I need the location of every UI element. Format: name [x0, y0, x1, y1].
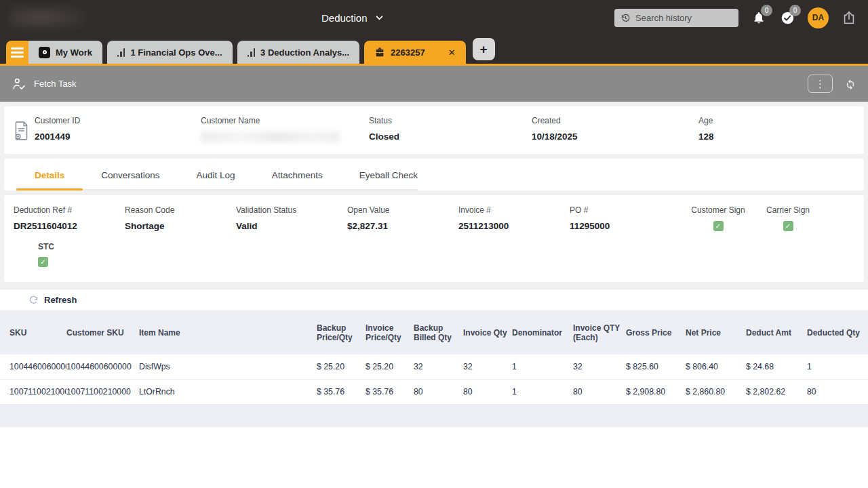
open-value-value: $2,827.31	[347, 221, 458, 231]
table-footer-strip	[0, 405, 868, 427]
fetch-task-label[interactable]: Fetch Task	[34, 79, 77, 89]
stc-label: STC	[38, 242, 854, 251]
tab-details[interactable]: Details	[16, 167, 83, 189]
field-customer-name: Customer Name	[201, 116, 369, 142]
customer-sign-checkbox[interactable]: ✓	[713, 221, 724, 231]
tab-task-2263257[interactable]: 2263257 ✕	[364, 41, 466, 64]
cell-net-price: $ 2,860.80	[686, 380, 746, 405]
hamburger-menu-button[interactable]	[6, 41, 28, 64]
detail-tabs-card: Details Conversations Audit Log Attachme…	[4, 159, 864, 190]
carrier-sign-checkbox[interactable]: ✓	[783, 221, 793, 231]
tab-deduction-analysis[interactable]: 3 Deduction Analys...	[237, 41, 360, 64]
col-deduct-amt: Deduct Amt	[746, 310, 807, 354]
share-export-icon	[842, 10, 856, 25]
refresh-button[interactable]: Refresh	[44, 295, 77, 305]
field-status: Status Closed	[369, 116, 532, 142]
bar-chart-icon	[248, 48, 256, 57]
history-icon	[620, 13, 631, 23]
close-tab-icon[interactable]: ✕	[448, 47, 456, 58]
notifications-button[interactable]: 0	[751, 9, 767, 26]
customer-name-redacted-value	[201, 131, 340, 142]
refresh-icon[interactable]	[28, 295, 39, 305]
field-po-number: PO # 11295000	[570, 205, 681, 231]
deduction-document-icon	[13, 121, 31, 141]
topbar-actions: 0 0 DA	[614, 7, 868, 28]
tab-financial-ops-overview[interactable]: 1 Financial Ops Ove...	[107, 41, 233, 64]
approvals-button[interactable]: 0	[779, 9, 795, 26]
cell-deduct-amt: $ 2,802.62	[746, 380, 807, 405]
cell-net-price: $ 806.40	[686, 354, 746, 380]
po-number-value: 11295000	[570, 221, 681, 231]
tab-my-work[interactable]: My Work	[28, 41, 102, 64]
tab-label: 3 Deduction Analys...	[260, 47, 349, 58]
reason-code-label: Reason Code	[125, 205, 236, 215]
tab-audit-log[interactable]: Audit Log	[178, 167, 254, 189]
app-logo	[9, 5, 85, 30]
age-value: 128	[698, 131, 864, 142]
col-customer-sku: Customer SKU	[66, 310, 139, 354]
cell-backup-billed-qty: 32	[414, 354, 463, 380]
cell-item-name: DisfWps	[139, 354, 317, 380]
cell-item-name: LtOrRnch	[139, 380, 317, 405]
col-invoice-price-qty: Invoice Price/Qty	[366, 310, 414, 354]
cell-deducted-qty: 1	[807, 354, 868, 380]
col-net-price: Net Price	[686, 310, 746, 354]
add-tab-button[interactable]: +	[473, 38, 495, 60]
open-value-label: Open Value	[347, 205, 458, 215]
refresh-row: Refresh	[0, 289, 868, 310]
field-invoice-number: Invoice # 2511213000	[458, 205, 570, 231]
workspace-tabbar: My Work 1 Financial Ops Ove... 3 Deducti…	[0, 35, 868, 66]
module-switcher-dropdown[interactable]: Deduction	[321, 0, 383, 35]
field-created: Created 10/18/2025	[532, 116, 698, 142]
created-value: 10/18/2025	[532, 131, 698, 142]
deduction-ref-value: DR2511604012	[14, 221, 125, 231]
sync-icon[interactable]	[844, 78, 856, 90]
line-items-table: SKU Customer SKU Item Name Backup Price/…	[0, 310, 868, 405]
topbar: Deduction 0 0 DA	[0, 0, 868, 35]
tab-label: My Work	[56, 47, 92, 58]
search-history-box[interactable]	[614, 9, 738, 27]
table-row[interactable]: 10071100210000 10071100210000 LtOrRnch $…	[0, 380, 868, 405]
share-button[interactable]	[841, 9, 857, 26]
invoice-number-label: Invoice #	[458, 205, 570, 215]
cell-deducted-qty: 80	[807, 380, 868, 405]
cell-customer-sku: 10071100210000	[66, 380, 139, 405]
validation-status-label: Validation Status	[236, 205, 347, 215]
field-customer-id: Customer ID 2001449	[35, 116, 201, 142]
tab-conversations[interactable]: Conversations	[83, 167, 178, 189]
customer-name-label: Customer Name	[201, 116, 369, 125]
more-options-button[interactable]: ⋮	[808, 75, 833, 93]
carrier-sign-label: Carrier Sign	[766, 205, 810, 215]
customer-id-value: 2001449	[35, 131, 201, 142]
fetch-task-bar: Fetch Task ⋮	[0, 66, 868, 102]
reason-code-value: Shortage	[125, 221, 236, 231]
search-history-input[interactable]	[635, 13, 732, 23]
col-denominator: Denominator	[512, 310, 573, 354]
cell-invoice-qty: 80	[463, 380, 512, 405]
field-customer-sign: Customer Sign ✓	[681, 205, 755, 231]
table-row[interactable]: 10044600600000 10044600600000 DisfWps $ …	[0, 354, 868, 380]
cell-deduct-amt: $ 24.68	[746, 354, 807, 380]
cell-customer-sku: 10044600600000	[66, 354, 139, 380]
tab-attachments[interactable]: Attachments	[254, 167, 341, 189]
fetch-task-icon	[12, 77, 26, 92]
stc-checkbox[interactable]: ✓	[38, 257, 48, 267]
cell-invoice-price-qty: $ 35.76	[366, 380, 414, 405]
col-gross-price: Gross Price	[626, 310, 686, 354]
summary-fields: Customer ID 2001449 Customer Name Status…	[35, 116, 864, 142]
po-number-label: PO #	[570, 205, 681, 215]
col-invoice-qty-each: Invoice QTY (Each)	[573, 310, 626, 354]
app-screen: Deduction 0 0 DA	[0, 0, 868, 488]
col-invoice-qty: Invoice Qty	[463, 310, 512, 354]
status-label: Status	[369, 116, 532, 125]
cell-gross-price: $ 2,908.80	[626, 380, 686, 405]
details-panel: Deduction Ref # DR2511604012 Reason Code…	[4, 195, 864, 282]
invoice-number-value: 2511213000	[458, 221, 570, 231]
tab-eyeball-check[interactable]: Eyeball Check	[341, 167, 436, 189]
line-items-section: Refresh SKU Customer SKU Item Name Backu…	[0, 289, 868, 488]
user-avatar[interactable]: DA	[808, 7, 829, 28]
cell-invoice-qty: 32	[463, 354, 512, 380]
validation-status-value: Valid	[236, 221, 347, 231]
cell-backup-price-qty: $ 25.20	[317, 354, 366, 380]
col-item-name: Item Name	[139, 310, 317, 354]
